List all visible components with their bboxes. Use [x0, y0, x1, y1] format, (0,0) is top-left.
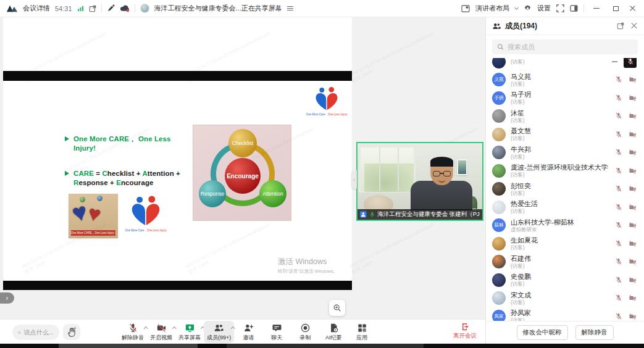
meeting-details-button[interactable]: 会议详情 — [23, 4, 50, 13]
video-collapse-handle[interactable]: ‹ — [351, 170, 357, 189]
member-row[interactable]: 凤家孙凤家(访客) — [486, 307, 644, 321]
gear-icon[interactable] — [524, 4, 532, 12]
member-name: 山东科技大学-柳茹林 — [511, 218, 610, 226]
member-info: 聂文慧(访客) — [511, 127, 610, 141]
member-row[interactable]: 牛兴邦(访客) — [486, 144, 644, 162]
close-panel-icon[interactable] — [630, 22, 638, 30]
unmute-footer-button[interactable]: 解除静音 — [575, 325, 614, 340]
bullet-segment: C — [102, 170, 107, 177]
top-bar: 会议详情 54:31 海洋工程安全与健康专委会...正在共享屏幕 演讲者布局 设… — [0, 0, 644, 17]
member-name: 沐笙 — [511, 109, 610, 117]
room-window — [359, 146, 416, 193]
network-signal-icon — [77, 6, 84, 12]
member-row[interactable]: 彭恒奕(访客) — [486, 180, 644, 199]
member-row[interactable]: 生如夏花(访客) — [486, 234, 644, 253]
magnifier-plus-icon — [333, 304, 341, 312]
member-row[interactable]: 石建伟(访客) — [486, 253, 644, 271]
member-row[interactable]: 聂文慧(访客) — [486, 125, 644, 144]
member-row[interactable]: 庞波-兰州资源环境职业技术大学(访客) — [486, 162, 644, 180]
invite-icon — [243, 323, 254, 333]
member-role: (访客) — [511, 135, 610, 141]
member-status-icons — [615, 222, 637, 229]
member-status-icons — [612, 58, 637, 68]
rename-button[interactable]: 修改会中昵称 — [517, 325, 568, 340]
member-name: 马义苑 — [511, 73, 610, 80]
member-role: (访客) — [511, 263, 610, 269]
quick-message-input[interactable]: 说点什么... — [12, 325, 59, 340]
member-row[interactable]: 子玥马子玥(访客) — [486, 89, 644, 107]
member-row[interactable]: 沐笙(访客) — [486, 107, 644, 126]
zoom-in-button[interactable] — [329, 300, 345, 316]
logo-caption-left: One More Care， — [125, 229, 147, 232]
speaker-video-tile[interactable]: ‹ 海洋工程安全与健康专委会 张建利（PJO — [356, 142, 483, 221]
member-avatar: 凤家 — [492, 310, 506, 321]
slide-top-black-bar — [3, 71, 352, 81]
fullscreen-icon[interactable] — [556, 4, 564, 12]
member-avatar — [492, 182, 506, 196]
cloud-docs-icon[interactable] — [120, 4, 130, 12]
camera-off-icon — [629, 222, 637, 229]
layout-caret-icon[interactable] — [514, 6, 519, 10]
toolbar-chat-button[interactable]: 聊天 — [262, 321, 291, 343]
diagram-label-checklist: Checklist — [232, 140, 254, 146]
toolbar-ai-notes-button[interactable]: AI纪要 — [319, 321, 348, 343]
toolbar-start-video-button[interactable]: 开启视频 — [147, 321, 175, 343]
care-heart-logo-bottom: One More Care，One Less Injury — [125, 195, 167, 232]
member-row[interactable]: 义苑马义苑(访客) — [486, 71, 644, 89]
popout-panel-icon[interactable] — [617, 22, 624, 30]
member-info: 马义苑(访客) — [511, 73, 610, 87]
red-bead-heart: ♥ — [86, 200, 103, 226]
member-row[interactable]: 宋文成(访客) — [486, 289, 644, 308]
window-minimize-button[interactable] — [590, 3, 603, 14]
heart-figures-icon — [312, 86, 341, 112]
toolbar-share-screen-button[interactable]: 共享屏幕 — [175, 321, 204, 343]
camera-off-icon — [156, 323, 167, 333]
member-row[interactable]: (访客) — [486, 58, 644, 71]
watermark-text: 88471976-1736-4c45-94b6-4aa9a46a5ae0抚琴 3… — [348, 222, 438, 275]
window-maximize-button[interactable] — [609, 3, 622, 14]
toolbar-invite-button[interactable]: 邀请 — [234, 321, 262, 343]
member-status-icons — [615, 112, 637, 120]
muted-mic-tile — [624, 58, 637, 68]
layout-selector[interactable]: 演讲者布局 — [475, 4, 509, 13]
bullet-arrow-icon — [65, 136, 69, 141]
toolbar-label: 应用 — [356, 334, 367, 342]
member-avatar: 茹林 — [492, 218, 506, 232]
member-row[interactable]: 茹林山东科技大学-柳茹林虚拟教研室 — [486, 217, 644, 235]
member-name: 宋文成 — [511, 291, 610, 299]
member-row[interactable]: 史俊鹏(访客) — [486, 271, 644, 289]
member-name: 热爱生活 — [511, 200, 610, 207]
bead-cluster — [97, 196, 102, 201]
camera-off-icon — [629, 185, 637, 193]
leave-meeting-button[interactable]: 离开会议 — [453, 322, 477, 340]
mic-muted-icon — [615, 76, 622, 83]
annotate-pen-icon[interactable] — [107, 4, 115, 12]
expand-panel-button[interactable]: › — [0, 292, 14, 304]
settings-button[interactable]: 设置 — [537, 4, 551, 13]
toolbar-label: 开启视频 — [150, 334, 172, 342]
shared-screen-stage: One More Care，One Less Injury One More C… — [0, 17, 485, 319]
member-role: (访客) — [511, 99, 610, 105]
member-row[interactable]: 热爱生活(访客) — [486, 198, 644, 217]
member-status-icons — [615, 313, 637, 320]
windows-activation-watermark: 激活 Windows 转到“设置”以激活 Windows。 — [278, 257, 338, 275]
share-screen-icon — [185, 323, 195, 333]
side-panel-toggle-icon[interactable] — [570, 5, 578, 12]
toolbar-unmute-button[interactable]: 解除静音 — [119, 321, 147, 343]
speaker-hair — [430, 157, 453, 167]
chat-icon — [272, 323, 282, 333]
toolbar-members-button[interactable]: 成员(99+) — [204, 321, 234, 343]
share-menu-icon[interactable] — [287, 6, 293, 11]
member-info: 热爱生活(访客) — [511, 200, 610, 214]
toolbar-record-button[interactable]: 录制 — [291, 321, 319, 343]
raise-hand-button[interactable] — [63, 324, 80, 340]
mic-muted-icon — [615, 294, 622, 302]
member-search-input[interactable] — [508, 43, 633, 51]
window-close-button[interactable] — [628, 4, 638, 14]
toolbar-apps-button[interactable]: 应用 — [348, 321, 376, 343]
open-in-new-icon[interactable] — [89, 5, 96, 12]
speaker-glasses — [432, 171, 451, 177]
member-info: 沐笙(访客) — [511, 109, 610, 123]
member-name: 彭恒奕 — [511, 182, 610, 189]
bullet-one-more-care: One More CARE， One Less Injury! — [65, 135, 191, 153]
